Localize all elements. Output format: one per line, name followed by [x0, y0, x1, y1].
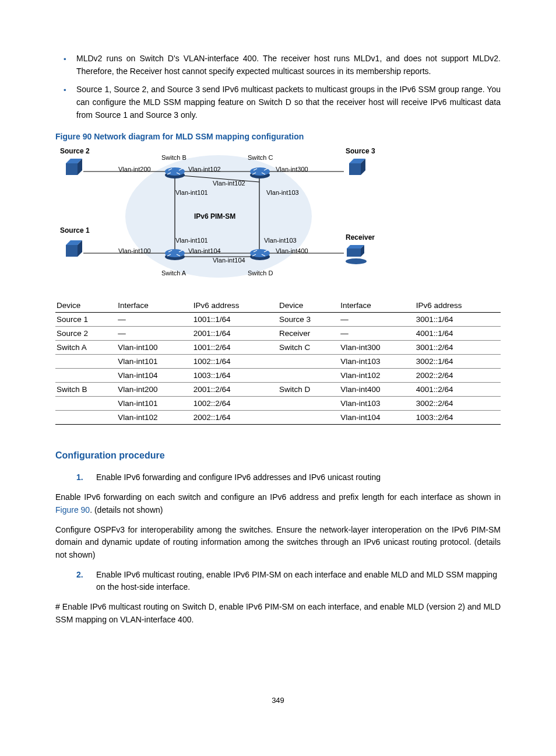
label-switch-b: Switch B [161, 154, 186, 161]
label-vlan101b: Vlan-int101 [175, 237, 208, 244]
table-row: Vlan-int1022002::1/64Vlan-int1041003::2/… [55, 411, 501, 425]
table-cell: 1001::2/64 [192, 341, 278, 355]
table-cell: Source 1 [55, 313, 117, 327]
table-cell [278, 397, 339, 411]
table-cell [55, 411, 117, 425]
col-addr-2: IPv6 address [415, 299, 501, 313]
col-addr-1: IPv6 address [192, 299, 278, 313]
step-number: 1. [76, 471, 83, 484]
bullet-list: MLDv2 runs on Switch D's VLAN-interface … [55, 52, 501, 121]
table-cell: — [117, 313, 192, 327]
table-cell [278, 411, 339, 425]
network-diagram: Source 2 Source 3 Source 1 Receiver Swit… [55, 147, 379, 286]
table-cell: — [339, 327, 414, 341]
label-pim: IPv6 PIM-SM [194, 212, 235, 220]
table-cell: Vlan-int103 [339, 397, 414, 411]
label-vlan103b: Vlan-int103 [264, 237, 297, 244]
table-cell: Vlan-int104 [117, 369, 192, 383]
label-vlan100: Vlan-int100 [118, 247, 151, 254]
table-row: Vlan-int1011002::1/64Vlan-int1033002::1/… [55, 355, 501, 369]
para-text: . (details not shown) [90, 505, 163, 514]
table-cell: Source 3 [278, 313, 339, 327]
step-text: Enable IPv6 forwarding and configure IPv… [96, 473, 381, 482]
table-cell: Vlan-int400 [339, 383, 414, 397]
table-row: Vlan-int1041003::1/64Vlan-int1022002::2/… [55, 369, 501, 383]
table-header-row: Device Interface IPv6 address Device Int… [55, 299, 501, 313]
source2-node [64, 158, 85, 177]
figure-caption: Figure 90 Network diagram for MLD SSM ma… [55, 132, 501, 141]
col-device-1: Device [55, 299, 117, 313]
table-cell: 1002::2/64 [192, 397, 278, 411]
svg-point-19 [346, 258, 367, 264]
label-vlan300: Vlan-int300 [276, 166, 308, 173]
svg-marker-13 [66, 245, 78, 257]
table-cell: 3001::1/64 [415, 313, 501, 327]
label-vlan102b: Vlan-int102 [213, 180, 245, 187]
table-cell: 2002::1/64 [192, 411, 278, 425]
table-row: Source 2—2001::1/64Receiver—4001::1/64 [55, 327, 501, 341]
table-cell: Receiver [278, 327, 339, 341]
col-device-2: Device [278, 299, 339, 313]
label-source1: Source 1 [60, 226, 90, 235]
para-text: Enable IPv6 forwarding on each switch an… [55, 492, 501, 502]
page-number: 349 [55, 696, 501, 705]
label-source3: Source 3 [346, 147, 375, 155]
table-cell: 3001::2/64 [415, 341, 501, 355]
step-1: 1. Enable IPv6 forwarding and configure … [96, 471, 501, 484]
receiver-node [343, 244, 370, 265]
switch-c-node [249, 163, 271, 180]
paragraph: Configure OSPFv3 for interoperability am… [55, 524, 501, 562]
table-row: Source 1—1001::1/64Source 3—3001::1/64 [55, 313, 501, 327]
table-cell: Vlan-int104 [339, 411, 414, 425]
table-cell: Switch B [55, 383, 117, 397]
table-row: Switch BVlan-int2002001::2/64Switch DVla… [55, 383, 501, 397]
step-list: 2. Enable IPv6 multicast routing, enable… [55, 569, 501, 594]
table-cell: Switch C [278, 341, 339, 355]
section-heading: Configuration procedure [55, 450, 501, 461]
table-cell [55, 355, 117, 369]
label-source2: Source 2 [60, 147, 90, 155]
figure-link[interactable]: Figure 90 [55, 505, 90, 514]
label-switch-a: Switch A [161, 270, 186, 276]
table-cell: Vlan-int300 [339, 341, 414, 355]
switch-d-node [249, 245, 271, 261]
paragraph: Enable IPv6 forwarding on each switch an… [55, 491, 501, 516]
step-text: Enable IPv6 multicast routing, enable IP… [96, 570, 497, 592]
paragraph: # Enable IPv6 multicast routing on Switc… [55, 601, 501, 626]
source1-node [64, 239, 85, 259]
table-cell [55, 369, 117, 383]
table-cell: Switch D [278, 383, 339, 397]
table-row: Vlan-int1011002::2/64Vlan-int1033002::2/… [55, 397, 501, 411]
table-cell: 4001::1/64 [415, 327, 501, 341]
step-2: 2. Enable IPv6 multicast routing, enable… [96, 569, 501, 594]
switch-b-node [164, 163, 186, 180]
bullet-item: Source 1, Source 2, and Source 3 send IP… [76, 83, 501, 121]
label-receiver: Receiver [346, 233, 375, 242]
table-cell: 3002::1/64 [415, 355, 501, 369]
table-cell: 2001::1/64 [192, 327, 278, 341]
table-cell: Vlan-int102 [117, 411, 192, 425]
label-switch-d: Switch D [248, 270, 273, 276]
table-cell: Switch A [55, 341, 117, 355]
step-list: 1. Enable IPv6 forwarding and configure … [55, 471, 501, 484]
table-cell: 1002::1/64 [192, 355, 278, 369]
table-cell: 2001::2/64 [192, 383, 278, 397]
table-cell: 2002::2/64 [415, 369, 501, 383]
table-cell: 4001::2/64 [415, 383, 501, 397]
table-cell: 1003::1/64 [192, 369, 278, 383]
source3-node [347, 158, 368, 177]
table-cell [55, 397, 117, 411]
table-cell: Vlan-int101 [117, 397, 192, 411]
table-cell: Source 2 [55, 327, 117, 341]
bullet-item: MLDv2 runs on Switch D's VLAN-interface … [76, 52, 501, 78]
label-vlan104b: Vlan-int104 [213, 257, 245, 264]
table-cell: Vlan-int200 [117, 383, 192, 397]
table-cell: — [117, 327, 192, 341]
svg-marker-7 [66, 163, 78, 175]
label-vlan101a: Vlan-int101 [175, 189, 208, 196]
label-vlan200: Vlan-int200 [118, 166, 151, 173]
col-interface-2: Interface [339, 299, 414, 313]
table-row: Switch AVlan-int1001001::2/64Switch CVla… [55, 341, 501, 355]
col-interface-1: Interface [117, 299, 192, 313]
table-cell: — [339, 313, 414, 327]
